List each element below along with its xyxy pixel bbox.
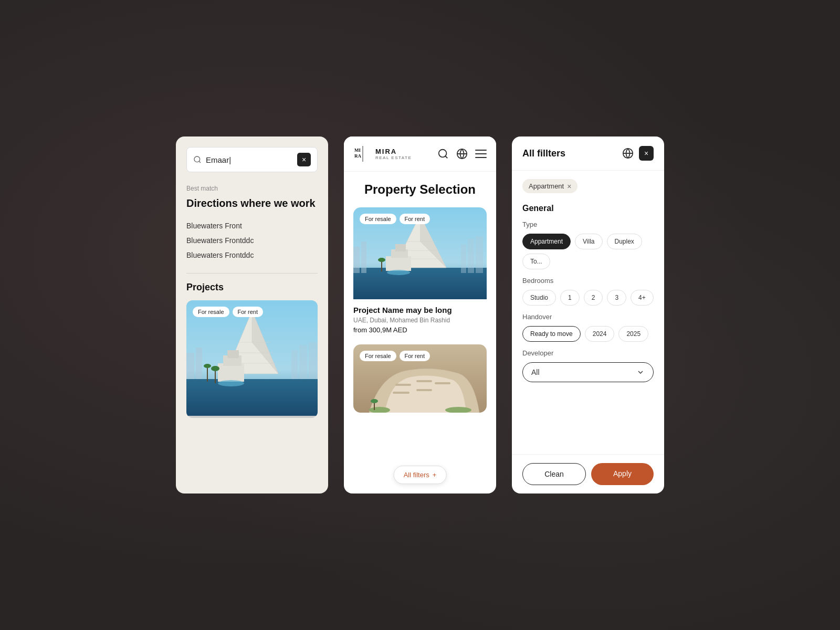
mira-logo: MI RA MIRA REAL ESTATE: [353, 145, 412, 163]
general-title: General: [522, 204, 654, 213]
list-item[interactable]: Bluewaters Front: [186, 218, 318, 233]
svg-rect-38: [461, 244, 466, 273]
general-section: General Type Appartment Villa Duplex To.…: [522, 204, 654, 382]
remove-tag-icon[interactable]: ×: [567, 183, 571, 190]
all-filters-label: All filters: [404, 471, 429, 479]
svg-text:MI: MI: [354, 148, 361, 153]
bedroom-chip-2[interactable]: 2: [584, 290, 603, 306]
property-badges: For resale For rent: [193, 307, 263, 317]
bedroom-chip-4plus[interactable]: 4+: [631, 290, 654, 306]
apply-button[interactable]: Apply: [591, 463, 654, 485]
filters-header: All fillters ×: [512, 136, 664, 171]
bedroom-chip-studio[interactable]: Studio: [522, 290, 556, 306]
search-icon[interactable]: [437, 148, 449, 160]
developer-select[interactable]: All: [522, 362, 654, 382]
rent-badge-2: For rent: [400, 351, 430, 361]
developer-label: Developer: [522, 349, 654, 357]
search-bar[interactable]: Emaar| ×: [186, 147, 318, 172]
directions-heading: Directions where we work: [186, 196, 318, 210]
svg-rect-39: [468, 239, 474, 273]
handover-chip-ready[interactable]: Ready to move: [522, 326, 581, 342]
panel-2-content: Property Selection For resale For rent: [344, 172, 496, 494]
svg-rect-45: [393, 392, 410, 394]
svg-rect-16: [291, 350, 298, 379]
svg-rect-40: [476, 236, 483, 273]
type-chip-appartment[interactable]: Appartment: [522, 234, 571, 249]
project-card[interactable]: For resale For rent: [186, 300, 318, 418]
property-info-1: Project Name may be long UAE, Dubai, Moh…: [353, 299, 487, 336]
bedroom-chip-1[interactable]: 1: [560, 290, 580, 306]
filters-header-icons: ×: [622, 146, 654, 161]
search-input[interactable]: Emaar|: [206, 155, 293, 164]
property-image: [186, 300, 318, 416]
svg-point-0: [194, 156, 200, 162]
svg-point-23: [439, 150, 447, 158]
svg-rect-6: [218, 363, 244, 382]
svg-rect-43: [416, 380, 432, 382]
location-list: Bluewaters Front Bluewaters Frontddc Blu…: [186, 218, 318, 262]
svg-point-9: [218, 380, 244, 386]
svg-point-35: [378, 258, 385, 262]
bedroom-chip-3[interactable]: 3: [607, 290, 626, 306]
svg-rect-44: [435, 382, 450, 384]
mira-name: MIRA: [375, 148, 412, 155]
svg-rect-32: [395, 244, 406, 251]
handover-chip-2024[interactable]: 2024: [585, 326, 615, 342]
mira-logo-icon: MI RA: [353, 145, 371, 163]
filters-title: All fillters: [522, 148, 565, 159]
globe-icon[interactable]: [456, 148, 468, 160]
list-item[interactable]: Bluewaters Frontddc: [186, 233, 318, 248]
property-badges-1: For resale For rent: [360, 214, 430, 224]
handover-chip-2025[interactable]: 2025: [618, 326, 648, 342]
developer-value: All: [531, 368, 540, 376]
svg-rect-2: [186, 379, 318, 416]
rent-badge-1: For rent: [400, 214, 430, 224]
mira-logo-text-group: MIRA REAL ESTATE: [375, 148, 412, 160]
all-filters-plus-icon: +: [433, 471, 437, 479]
svg-rect-8: [227, 350, 239, 358]
property-card-1[interactable]: For resale For rent: [353, 207, 487, 336]
all-filters-button[interactable]: All filters +: [394, 466, 447, 484]
best-match-label: Best match: [186, 185, 318, 192]
mira-subtitle: REAL ESTATE: [375, 155, 412, 160]
close-filters-button[interactable]: ×: [639, 146, 654, 161]
svg-rect-17: [299, 345, 307, 379]
svg-rect-14: [186, 353, 194, 379]
hamburger-menu-icon[interactable]: [475, 150, 487, 158]
divider: [186, 273, 318, 274]
type-chip-villa[interactable]: Villa: [575, 234, 602, 249]
svg-rect-18: [309, 342, 318, 379]
svg-rect-46: [416, 389, 432, 391]
property-selection-title: Property Selection: [353, 182, 487, 197]
clean-button[interactable]: Clean: [522, 463, 586, 485]
search-close-button[interactable]: ×: [297, 153, 311, 166]
svg-point-50: [371, 399, 378, 403]
svg-rect-36: [353, 247, 360, 273]
svg-text:RA: RA: [354, 153, 361, 159]
header-icons: [437, 148, 487, 160]
svg-rect-26: [353, 268, 487, 299]
property-card-2[interactable]: For resale For rent: [353, 344, 487, 413]
type-label: Type: [522, 220, 654, 228]
projects-heading: Projects: [186, 282, 318, 293]
property-price-1: from 300,9M AED: [353, 326, 487, 334]
chevron-down-icon: [636, 368, 645, 376]
svg-point-33: [387, 270, 410, 275]
type-chip-townhouse[interactable]: To...: [522, 254, 550, 269]
bedrooms-label: Bedrooms: [522, 277, 654, 285]
bedroom-chips: Studio 1 2 3 4+: [522, 290, 654, 306]
svg-rect-37: [361, 242, 366, 273]
type-chips: Appartment Villa Duplex To...: [522, 234, 654, 269]
active-tag-label: Appartment: [529, 182, 564, 190]
globe-icon-filters[interactable]: [622, 148, 634, 159]
active-filter-tag[interactable]: Appartment ×: [522, 179, 578, 193]
rent-badge: For rent: [233, 307, 264, 317]
handover-label: Handover: [522, 313, 654, 321]
resale-badge-1: For resale: [360, 214, 396, 224]
svg-point-13: [204, 364, 211, 368]
list-item[interactable]: Bluewaters Frontddc: [186, 248, 318, 262]
handover-chips: Ready to move 2024 2025: [522, 326, 654, 342]
type-chip-duplex[interactable]: Duplex: [607, 234, 642, 249]
property-name-1: Project Name may be long: [353, 306, 487, 314]
search-panel: Emaar| × Best match Directions where we …: [176, 136, 328, 494]
